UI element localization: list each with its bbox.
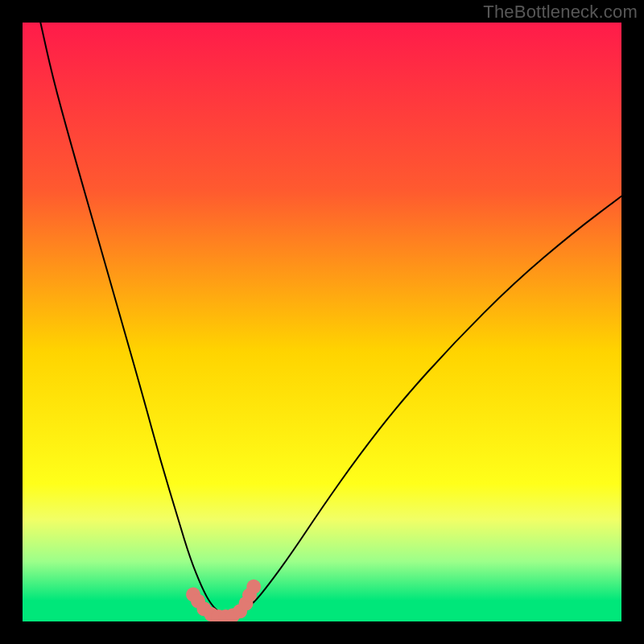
gradient-background [23, 23, 621, 621]
chart-frame: TheBottleneck.com [0, 0, 644, 644]
plot-area [23, 23, 621, 621]
bottleneck-markers-point [246, 580, 261, 594]
chart-svg [23, 23, 621, 621]
watermark-text: TheBottleneck.com [483, 2, 638, 23]
